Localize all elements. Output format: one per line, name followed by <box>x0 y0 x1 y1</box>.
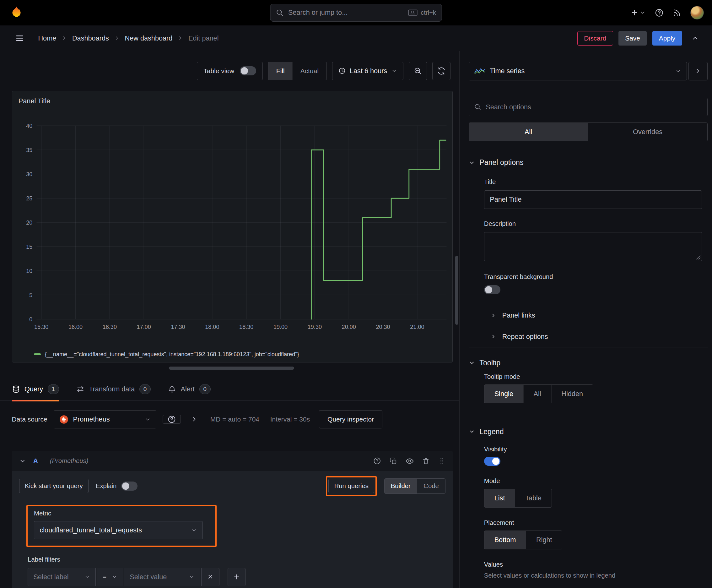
horizontal-resize-handle[interactable] <box>169 366 294 370</box>
plus-icon <box>630 8 639 17</box>
legend-mode-label: Mode <box>484 478 708 485</box>
max-data-points-text: MD = auto = 704 <box>210 416 259 423</box>
visualization-picker[interactable]: Time series <box>469 62 687 80</box>
tooltip-mode-all[interactable]: All <box>523 385 551 403</box>
menu-toggle-button[interactable] <box>12 30 27 46</box>
chevron-down-icon[interactable] <box>19 458 26 465</box>
grafana-logo[interactable] <box>8 4 24 21</box>
divider <box>469 347 708 348</box>
description-textarea[interactable] <box>484 232 702 261</box>
breadcrumb-dashboards[interactable]: Dashboards <box>72 34 109 42</box>
user-avatar[interactable] <box>690 6 704 19</box>
fill-option[interactable]: Fill <box>268 62 292 80</box>
query-inspector-button[interactable]: Query inspector <box>319 410 382 428</box>
tooltip-mode-single[interactable]: Single <box>484 385 523 403</box>
add-filter-button[interactable] <box>228 568 246 586</box>
tab-query[interactable]: Query 1 <box>12 378 59 400</box>
run-queries-button[interactable]: Run queries <box>328 479 374 493</box>
broadcast-button[interactable] <box>672 8 681 17</box>
chart-area: 051015202530354015:3016:0016:3017:0017:3… <box>12 110 452 351</box>
svg-text:19:00: 19:00 <box>274 324 287 330</box>
legend-mode-table[interactable]: Table <box>515 489 551 507</box>
drag-handle-icon[interactable] <box>438 457 446 465</box>
duplicate-query-icon[interactable] <box>390 457 397 465</box>
select-label-dropdown[interactable]: Select label <box>28 568 96 586</box>
table-view-toggle[interactable] <box>240 66 256 76</box>
query-row-header[interactable]: A (Prometheus) <box>12 451 453 471</box>
time-range-picker[interactable]: Last 6 hours <box>332 62 404 80</box>
svg-text:18:00: 18:00 <box>205 324 219 330</box>
save-button[interactable]: Save <box>619 31 647 45</box>
data-source-row: Data source Prometheus MD = auto = 7 <box>12 410 383 428</box>
metric-select[interactable]: cloudflared_tunnel_total_requests <box>34 521 203 539</box>
repeat-options-row[interactable]: Repeat options <box>469 326 708 347</box>
apply-button[interactable]: Apply <box>652 31 682 45</box>
time-series-chart[interactable]: 051015202530354015:3016:0016:3017:0017:3… <box>15 110 448 337</box>
breadcrumb-home[interactable]: Home <box>38 34 56 42</box>
global-search[interactable]: Search or jump to... ctrl+k <box>270 4 442 22</box>
query-count-badge: 1 <box>48 384 59 394</box>
data-source-help-button[interactable] <box>163 415 181 424</box>
chevron-up-button[interactable] <box>688 30 703 46</box>
select-value-placeholder: Select value <box>130 573 167 581</box>
tab-transform-data[interactable]: Transform data 0 <box>76 378 151 400</box>
legend-placement-bottom[interactable]: Bottom <box>484 531 526 549</box>
actual-option[interactable]: Actual <box>292 62 326 80</box>
new-menu-button[interactable] <box>630 8 646 17</box>
tab-all[interactable]: All <box>469 123 588 141</box>
legend-placement-label: Placement <box>484 519 708 526</box>
vertical-scrollbar[interactable] <box>455 256 458 325</box>
tab-transform-label: Transform data <box>89 385 135 393</box>
breadcrumb-edit-panel: Edit panel <box>188 34 218 42</box>
panel-links-row[interactable]: Panel links <box>469 305 708 326</box>
panel-preview: Panel Title 051015202530354015:3016:0016… <box>12 91 453 362</box>
options-search[interactable]: Search options <box>469 98 708 116</box>
legend-visibility-toggle[interactable] <box>484 457 500 466</box>
panel-options-header[interactable]: Panel options <box>469 157 708 168</box>
legend-section-title: Legend <box>479 427 503 436</box>
panel-title-input[interactable]: Panel Title <box>484 190 702 209</box>
options-expand-chevron[interactable] <box>191 416 198 423</box>
toggle-viz-picker-button[interactable] <box>688 62 708 80</box>
zoom-out-button[interactable] <box>409 62 427 80</box>
svg-text:30: 30 <box>26 171 33 177</box>
tab-overrides[interactable]: Overrides <box>588 123 707 141</box>
keyboard-icon <box>408 9 417 16</box>
builder-option[interactable]: Builder <box>385 479 417 493</box>
data-source-picker[interactable]: Prometheus <box>54 410 156 428</box>
tab-query-label: Query <box>24 385 43 393</box>
legend-section-header[interactable]: Legend <box>469 426 708 437</box>
discard-button[interactable]: Discard <box>577 31 613 45</box>
breadcrumb-new-dashboard[interactable]: New dashboard <box>125 34 172 42</box>
chevron-down-icon <box>391 68 397 74</box>
keyboard-shortcut: ctrl+k <box>408 9 436 16</box>
chevron-down-icon <box>191 527 197 533</box>
legend-mode-list[interactable]: List <box>484 489 515 507</box>
refresh-button[interactable] <box>432 62 451 80</box>
bell-icon <box>168 385 176 393</box>
kick-start-button[interactable]: Kick start your query <box>19 479 88 493</box>
transparent-background-toggle[interactable] <box>484 285 500 294</box>
data-source-name: Prometheus <box>73 415 110 423</box>
tab-alert[interactable]: Alert 0 <box>168 378 211 400</box>
svg-text:0: 0 <box>29 316 33 322</box>
delete-query-trash-icon[interactable] <box>422 457 429 465</box>
code-option[interactable]: Code <box>417 479 445 493</box>
legend-placement-right[interactable]: Right <box>526 531 562 549</box>
main-content: Table view Fill Actual Last 6 hours <box>0 51 712 588</box>
repeat-options-label: Repeat options <box>502 333 548 341</box>
tooltip-section-header[interactable]: Tooltip <box>469 357 708 369</box>
tooltip-mode-hidden[interactable]: Hidden <box>551 385 593 403</box>
breadcrumb: Home Dashboards New dashboard Edit panel <box>38 34 218 42</box>
legend-series-label[interactable]: {__name__="cloudflared_tunnel_total_requ… <box>45 351 299 358</box>
chevron-right-icon <box>61 35 67 41</box>
remove-filter-button[interactable] <box>201 568 219 586</box>
query-help-icon[interactable] <box>373 457 381 465</box>
hide-query-eye-icon[interactable] <box>406 457 414 465</box>
help-button[interactable] <box>655 8 663 17</box>
time-series-icon <box>474 67 486 75</box>
select-value-dropdown[interactable]: Select value <box>124 568 200 586</box>
label-filters-block: Label filters Select label = <box>28 556 453 586</box>
explain-toggle[interactable] <box>121 482 137 491</box>
operator-dropdown[interactable]: = <box>97 568 123 586</box>
